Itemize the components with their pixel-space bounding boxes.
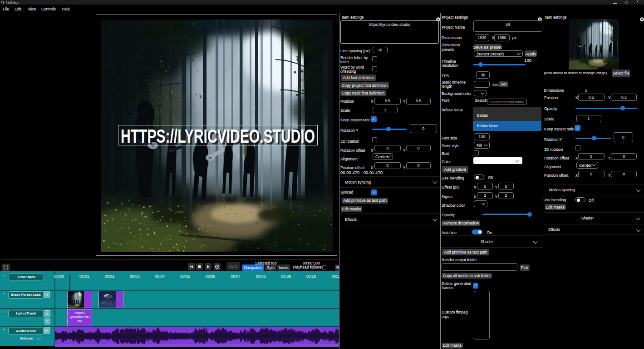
svg-text:HTTPS://LYRICVIDEO.STUDIO: HTTPS://LYRICVIDEO.STUDIO: [121, 125, 315, 147]
